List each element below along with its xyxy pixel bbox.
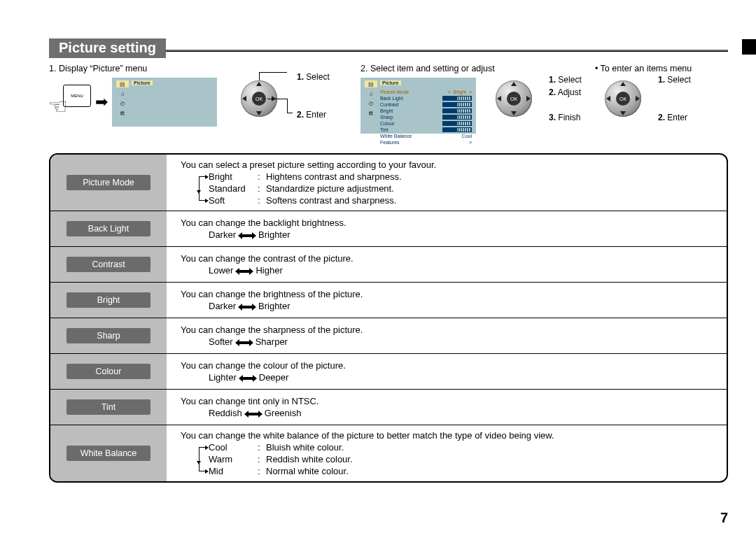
tv-row: Back Light bbox=[380, 95, 403, 101]
bright-button[interactable]: Bright bbox=[66, 292, 150, 308]
tv-row: Tint bbox=[380, 127, 388, 133]
step-2: 2. Select item and setting or adjust ▤ ♫… bbox=[360, 64, 595, 148]
steps-row: 1. Display “Picture” menu MENU ☞ ➡ ▤ ♫ ⏱… bbox=[49, 61, 728, 153]
tv-row: Bright bbox=[380, 108, 393, 114]
title-bar: Picture setting bbox=[49, 38, 728, 57]
settings-tab-icon: 🛠 bbox=[365, 110, 377, 117]
colour-button[interactable]: Colour bbox=[66, 364, 150, 379]
row-tint: Tint You can change tint only in NTSC. R… bbox=[50, 390, 727, 425]
hand-remote: MENU ☞ bbox=[49, 85, 91, 127]
step-2-head: 2. Select item and setting or adjust bbox=[360, 64, 595, 73]
dpad-icon: OK bbox=[602, 78, 644, 120]
page-title: Picture setting bbox=[49, 38, 166, 58]
svg-marker-4 bbox=[239, 375, 257, 382]
row-contrast: Contrast You can change the contrast of … bbox=[50, 247, 727, 283]
dpad-ok-icon: OK bbox=[507, 92, 521, 106]
tv-row: Contrast bbox=[380, 101, 398, 108]
dpad-ok-icon: OK bbox=[616, 92, 630, 106]
step-3-head: • To enter an items menu bbox=[595, 64, 728, 73]
svg-marker-2 bbox=[238, 304, 256, 311]
step1-label1-num: 1. bbox=[297, 72, 304, 82]
tv-row: Features bbox=[380, 139, 400, 145]
step1-label2-text: Enter bbox=[306, 110, 326, 120]
double-arrow-icon bbox=[238, 304, 256, 311]
row-colour: Colour You can change the colour of the … bbox=[50, 354, 727, 390]
row-sharp: Sharp You can change the sharpness of th… bbox=[50, 318, 727, 354]
double-arrow-icon bbox=[244, 411, 262, 418]
svg-marker-3 bbox=[235, 339, 253, 346]
dpad-ok-icon: OK bbox=[252, 92, 266, 106]
row-picture-mode: Picture Mode You can select a preset pic… bbox=[50, 155, 727, 211]
double-arrow-icon bbox=[235, 339, 253, 346]
double-arrow-icon bbox=[235, 268, 253, 275]
row-bright: Bright You can change the brightness of … bbox=[50, 283, 727, 318]
tv-row: White Balance bbox=[380, 133, 412, 139]
step-1: 1. Display “Picture” menu MENU ☞ ➡ ▤ ♫ ⏱… bbox=[49, 64, 360, 148]
picture-tab-icon: ▤ bbox=[365, 80, 377, 87]
tv-screen-simple: ▤ ♫ ⏱ 🛠 Picture bbox=[112, 78, 217, 127]
tv-screen-detailed: ▤ ♫ ⏱ 🛠 Picture Picture Mode< Bright > B… bbox=[360, 78, 476, 134]
step1-label2-num: 2. bbox=[297, 110, 304, 120]
arrow-right-icon: ➡ bbox=[95, 93, 108, 111]
contrast-button[interactable]: Contrast bbox=[66, 257, 150, 272]
tv-title: Picture bbox=[380, 80, 401, 85]
music-tab-icon: ♫ bbox=[116, 90, 129, 97]
tint-button[interactable]: Tint bbox=[66, 399, 150, 415]
step-3: • To enter an items menu OK 1. Select 2.… bbox=[595, 64, 728, 148]
sharp-button[interactable]: Sharp bbox=[66, 328, 150, 343]
dpad-icon: OK bbox=[238, 78, 280, 120]
tv-row: Colour bbox=[380, 120, 395, 127]
tv-title: Picture bbox=[132, 80, 153, 85]
row-back-light: Back Light You can change the backlight … bbox=[50, 211, 727, 247]
settings-tab-icon: 🛠 bbox=[116, 110, 129, 117]
svg-marker-1 bbox=[235, 268, 253, 275]
double-arrow-icon bbox=[238, 232, 256, 239]
pointing-hand-icon: ☞ bbox=[48, 93, 68, 120]
row-white-balance: White Balance You can change the white b… bbox=[50, 425, 727, 482]
picture-mode-button[interactable]: Picture Mode bbox=[66, 175, 150, 190]
white-balance-button[interactable]: White Balance bbox=[66, 446, 150, 461]
edge-tab bbox=[742, 39, 756, 55]
picture-tab-icon: ▤ bbox=[116, 80, 129, 87]
music-tab-icon: ♫ bbox=[365, 90, 377, 97]
settings-table: Picture Mode You can select a preset pic… bbox=[49, 153, 728, 483]
dpad-icon: OK bbox=[493, 78, 535, 120]
clock-tab-icon: ⏱ bbox=[365, 100, 377, 107]
svg-marker-0 bbox=[238, 232, 256, 239]
back-light-button[interactable]: Back Light bbox=[66, 221, 150, 236]
double-arrow-icon bbox=[239, 375, 257, 382]
page-number: 7 bbox=[720, 510, 728, 526]
step1-label1-text: Select bbox=[306, 72, 329, 82]
svg-marker-5 bbox=[244, 411, 262, 418]
tv-row: Sharp bbox=[380, 114, 393, 120]
clock-tab-icon: ⏱ bbox=[116, 100, 129, 107]
tv-row: Picture Mode bbox=[380, 89, 409, 95]
picture-mode-text: You can select a preset picture setting … bbox=[181, 159, 720, 171]
